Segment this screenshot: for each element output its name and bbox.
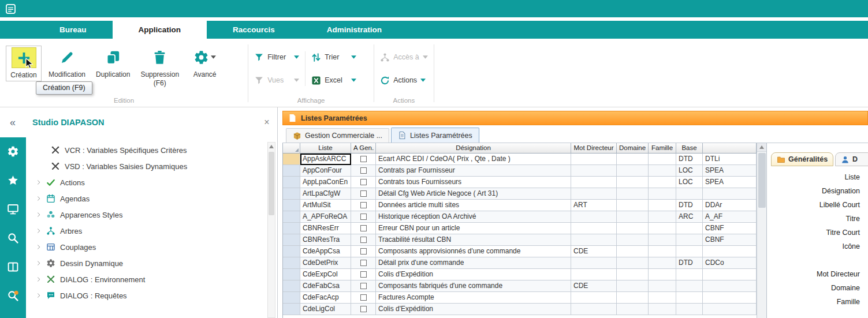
row-selector[interactable]: [283, 304, 300, 315]
vues-button[interactable]: Vues: [254, 74, 299, 86]
cell-base[interactable]: LOC: [676, 177, 703, 188]
cell-domaine[interactable]: [617, 177, 649, 188]
cell-extra[interactable]: CDCo: [703, 257, 757, 269]
row-selector[interactable]: [283, 223, 300, 234]
cell-a-gen[interactable]: [351, 211, 376, 223]
cell-domaine[interactable]: [617, 269, 649, 280]
a-gen-checkbox[interactable]: [360, 237, 367, 243]
cell-famille[interactable]: [649, 280, 676, 292]
tab-bureau[interactable]: Bureau: [33, 21, 113, 39]
a-gen-checkbox[interactable]: [360, 306, 367, 312]
row-selector[interactable]: [283, 177, 300, 188]
row-selector[interactable]: [283, 280, 300, 292]
cell-base[interactable]: [676, 292, 703, 304]
cell-extra[interactable]: CBNF: [703, 223, 757, 234]
cell-liste[interactable]: CBNResTra: [300, 234, 351, 246]
cell-designation[interactable]: Colis d'Expédition: [376, 304, 571, 315]
cell-a-gen[interactable]: [351, 200, 376, 211]
cell-extra[interactable]: DDAr: [703, 200, 757, 211]
cell-famille[interactable]: [649, 165, 676, 177]
cell-famille[interactable]: [649, 234, 676, 246]
table-row[interactable]: CBNResErrErreur CBN pour un articleCBNF: [283, 223, 757, 234]
cell-a-gen[interactable]: [351, 177, 376, 188]
row-selector[interactable]: [283, 269, 300, 280]
cell-mot-directeur[interactable]: CDE: [571, 246, 617, 257]
a-gen-checkbox[interactable]: [360, 283, 367, 289]
cell-base[interactable]: [676, 188, 703, 200]
cell-base[interactable]: DTD: [676, 200, 703, 211]
cell-domaine[interactable]: [617, 292, 649, 304]
tab-raccourcis[interactable]: Raccourcis: [207, 21, 301, 39]
cell-base[interactable]: [676, 304, 703, 315]
cell-famille[interactable]: [649, 211, 676, 223]
tab-gestion-commerciale[interactable]: Gestion Commerciale ...: [286, 128, 389, 143]
cell-a-gen[interactable]: [351, 154, 376, 165]
rail-panels-button[interactable]: [0, 259, 26, 275]
excel-button[interactable]: Excel: [311, 74, 356, 86]
table-row[interactable]: CdeDetPrixDétail prix d'une commandeDTDC…: [283, 257, 757, 269]
tree-item-agendas[interactable]: Agendas: [26, 190, 277, 207]
cell-famille[interactable]: [649, 246, 676, 257]
cell-liste[interactable]: CdeLigCol: [300, 304, 351, 315]
cell-famille[interactable]: [649, 177, 676, 188]
scroll-up-button[interactable]: [757, 143, 766, 152]
cell-famille[interactable]: [649, 292, 676, 304]
tree-item-vcr-variables-sp-cifiques-crit-res[interactable]: VCR : Variables Spécifiques Critères: [26, 142, 277, 158]
cell-domaine[interactable]: [617, 246, 649, 257]
duplication-button[interactable]: Duplication: [92, 46, 133, 80]
cell-extra[interactable]: [703, 188, 757, 200]
column-header-famille[interactable]: Famille: [649, 143, 676, 154]
cell-base[interactable]: DTD: [676, 154, 703, 165]
cell-liste[interactable]: AppConFour: [300, 165, 351, 177]
cell-a-gen[interactable]: [351, 304, 376, 315]
cell-designation[interactable]: Historique réception OA Archivé: [376, 211, 571, 223]
cell-liste[interactable]: CdeExpCol: [300, 269, 351, 280]
cell-famille[interactable]: [649, 188, 676, 200]
cell-base[interactable]: LOC: [676, 165, 703, 177]
cell-famille[interactable]: [649, 223, 676, 234]
cell-base[interactable]: [676, 223, 703, 234]
cell-a-gen[interactable]: [351, 257, 376, 269]
cell-designation[interactable]: Erreur CBN pour un article: [376, 223, 571, 234]
cell-domaine[interactable]: [617, 257, 649, 269]
grid-scrollbar[interactable]: [757, 143, 766, 318]
cell-domaine[interactable]: [617, 211, 649, 223]
cell-mot-directeur[interactable]: [571, 165, 617, 177]
a-gen-checkbox[interactable]: [360, 225, 367, 231]
row-selector[interactable]: [283, 234, 300, 246]
scrollbar-thumb[interactable]: [269, 152, 274, 215]
column-header-domaine[interactable]: Domaine: [617, 143, 649, 154]
cell-extra[interactable]: DTLi: [703, 154, 757, 165]
table-row[interactable]: CdeFacAcpFactures Acompte: [283, 292, 757, 304]
collapse-sidebar-button[interactable]: «: [0, 117, 25, 129]
a-gen-checkbox[interactable]: [360, 294, 367, 301]
cell-designation[interactable]: Tracabilité résultat CBN: [376, 234, 571, 246]
row-selector[interactable]: [283, 200, 300, 211]
cell-base[interactable]: ARC: [676, 211, 703, 223]
cell-mot-directeur[interactable]: ART: [571, 200, 617, 211]
table-row[interactable]: CBNResTraTracabilité résultat CBNCBNF: [283, 234, 757, 246]
cell-famille[interactable]: [649, 154, 676, 165]
select-all-corner[interactable]: [283, 143, 300, 154]
cell-famille[interactable]: [649, 257, 676, 269]
acces-a-button[interactable]: Accès à: [380, 51, 427, 63]
table-row[interactable]: A_APFoReOAHistorique réception OA Archiv…: [283, 211, 757, 223]
cell-a-gen[interactable]: [351, 280, 376, 292]
cell-designation[interactable]: Données article multi sites: [376, 200, 571, 211]
table-row[interactable]: AppConFourContrats par FournisseurLOCSPE…: [283, 165, 757, 177]
a-gen-checkbox[interactable]: [360, 271, 367, 278]
tree-item-couplages[interactable]: Couplages: [26, 239, 277, 255]
cell-designation[interactable]: Ecart ARC EDI / CdeOA( Prix , Qte , Date…: [376, 154, 571, 165]
row-selector[interactable]: [283, 211, 300, 223]
row-selector[interactable]: [283, 188, 300, 200]
a-gen-checkbox[interactable]: [360, 190, 367, 197]
cell-a-gen[interactable]: [351, 292, 376, 304]
cell-famille[interactable]: [649, 304, 676, 315]
cell-famille[interactable]: [649, 269, 676, 280]
cell-a-gen[interactable]: [351, 188, 376, 200]
cell-extra[interactable]: CBNF: [703, 234, 757, 246]
cell-liste[interactable]: CBNResErr: [300, 223, 351, 234]
column-header-base[interactable]: Base: [676, 143, 703, 154]
cell-mot-directeur[interactable]: [571, 257, 617, 269]
row-selector[interactable]: [283, 154, 300, 165]
